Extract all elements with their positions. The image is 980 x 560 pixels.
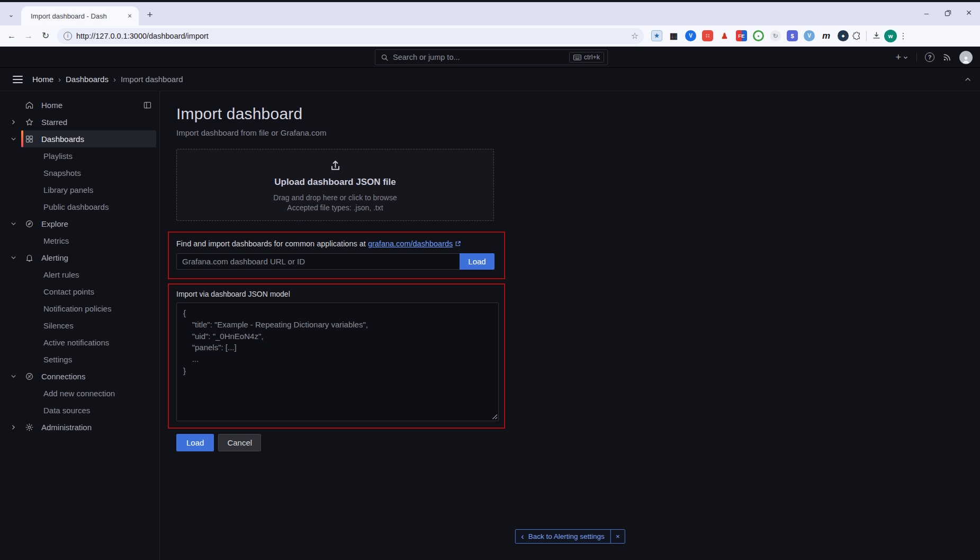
sidebar-row: Active notifications (5, 334, 156, 351)
sidebar-item-alerting[interactable]: Alerting (21, 249, 156, 266)
extension-m-icon[interactable]: m (821, 30, 832, 41)
sidebar-row: Connections (5, 368, 156, 385)
site-info-icon[interactable]: i (64, 32, 72, 40)
chevron-down-icon[interactable] (5, 368, 21, 385)
extension-figure-icon[interactable]: ♟ (719, 30, 730, 41)
browser-profile-avatar[interactable]: w (884, 30, 897, 42)
nav-actions: + ? (895, 47, 973, 68)
back-icon[interactable]: ← (4, 29, 19, 43)
sidebar-item-add-new-connection[interactable]: Add new connection (21, 385, 156, 402)
tab-close-icon[interactable]: × (125, 11, 134, 21)
sidebar-item-label: Contact points (43, 287, 94, 296)
load-button[interactable]: Load (176, 434, 214, 451)
chevron-down-icon (903, 55, 909, 60)
toast-close-icon[interactable]: × (610, 530, 625, 543)
sidebar-item-label: Snapshots (43, 168, 81, 177)
tab-search-button[interactable]: ⌄ (4, 7, 18, 21)
sidebar-item-public-dashboards[interactable]: Public dashboards (21, 198, 156, 215)
browser-menu-icon[interactable]: ⋮ (899, 31, 907, 41)
sidebar-item-data-sources[interactable]: Data sources (21, 402, 156, 419)
cancel-button[interactable]: Cancel (218, 434, 261, 451)
chevron-down-icon[interactable] (5, 130, 21, 147)
sidebar-item-alert-rules[interactable]: Alert rules (21, 266, 156, 283)
chevron-down-icon[interactable] (5, 215, 21, 232)
chevron-spacer (5, 300, 21, 317)
help-icon[interactable]: ? (925, 52, 934, 62)
close-window-icon[interactable]: × (963, 7, 975, 19)
extension-v-circle-icon[interactable]: V (804, 30, 815, 41)
user-avatar[interactable] (959, 51, 973, 64)
breadcrumb-dashboards[interactable]: Dashboards (66, 75, 109, 84)
tab-title: Import dashboard - Dash (31, 12, 121, 20)
sidebar-item-playlists[interactable]: Playlists (21, 147, 156, 164)
sidebar-row: Silences (5, 317, 156, 334)
sidebar-item-notification-policies[interactable]: Notification policies (21, 300, 156, 317)
breadcrumb-separator: › (113, 75, 116, 84)
extension-dice-icon[interactable]: ∷ (702, 30, 713, 41)
sidebar-item-dashboards[interactable]: Dashboards (21, 130, 156, 147)
sidebar-item-contact-points[interactable]: Contact points (21, 283, 156, 300)
reload-icon[interactable]: ↻ (38, 29, 53, 43)
shortcut-badge: ctrl+k (569, 52, 604, 63)
extension-qr-icon[interactable]: ▦ (668, 30, 679, 41)
browser-tab[interactable]: Import dashboard - Dash × (21, 6, 139, 25)
sidebar-item-metrics[interactable]: Metrics (21, 232, 156, 249)
sidebar-row: Metrics (5, 232, 156, 249)
news-rss-icon[interactable] (942, 53, 951, 62)
page-subtitle: Import dashboard from file or Grafana.co… (176, 128, 980, 137)
upload-dropzone[interactable]: Upload dashboard JSON file Drag and drop… (176, 149, 494, 221)
extension-star-box-icon[interactable]: ★ (651, 30, 662, 41)
chevron-spacer (5, 351, 21, 368)
gcom-load-button[interactable]: Load (460, 253, 495, 270)
chevron-spacer (5, 181, 21, 198)
downloads-icon[interactable] (871, 30, 882, 41)
restore-icon[interactable] (942, 10, 954, 16)
new-tab-button[interactable]: + (143, 8, 157, 22)
bookmark-star-icon[interactable]: ☆ (631, 31, 639, 41)
extension-fe-icon[interactable]: FE (736, 30, 747, 41)
extension-v-balloon-icon[interactable]: V (685, 30, 696, 41)
sidebar-item-label: Alert rules (43, 270, 79, 279)
sidebar-item-administration[interactable]: Administration (21, 419, 156, 435)
gcom-import-section: Find and import dashboards for common ap… (168, 232, 505, 279)
extension-blue-badge-icon[interactable]: $ (787, 30, 798, 41)
sidebar-item-starred[interactable]: Starred (21, 113, 156, 130)
breadcrumb-home[interactable]: Home (32, 75, 53, 84)
minimize-icon[interactable]: – (921, 8, 932, 17)
dock-menu-icon[interactable] (140, 98, 154, 112)
extension-green-ring-icon[interactable]: • (753, 30, 764, 41)
chevron-right-icon[interactable] (5, 419, 21, 435)
extension-sync-icon[interactable]: ↻ (770, 30, 781, 41)
url-text[interactable]: http://127.0.0.1:3000/dashboard/import (76, 32, 627, 40)
sidebar-item-snapshots[interactable]: Snapshots (21, 164, 156, 181)
json-model-textarea[interactable] (176, 303, 499, 421)
grafana-logo[interactable] (12, 51, 24, 63)
sidebar-item-explore[interactable]: Explore (21, 215, 156, 232)
chevron-right-icon[interactable] (5, 113, 21, 130)
extensions-puzzle-icon[interactable] (851, 30, 862, 41)
main-content: Import dashboard Import dashboard from f… (160, 91, 980, 560)
sidebar-item-label: Silences (43, 321, 74, 330)
extension-dark-bubble-icon[interactable]: ◆ (838, 30, 849, 41)
sidebar-item-home[interactable]: Home (21, 96, 140, 113)
search-placeholder: Search or jump to... (393, 53, 565, 61)
sidebar-item-connections[interactable]: Connections (21, 368, 156, 385)
new-button[interactable]: + (895, 52, 909, 63)
sidebar-item-library-panels[interactable]: Library panels (21, 181, 156, 198)
sidebar-item-settings[interactable]: Settings (21, 351, 156, 368)
grafana-dashboards-link[interactable]: grafana.com/dashboards (368, 239, 453, 248)
sidebar-item-label: Administration (41, 423, 92, 432)
search-input[interactable]: Search or jump to... ctrl+k (375, 49, 608, 65)
collapse-up-icon[interactable] (964, 76, 972, 83)
sidebar-item-label: Library panels (43, 185, 93, 194)
gcom-url-input[interactable] (176, 253, 460, 270)
back-to-alerting-toast[interactable]: ‹ Back to Alerting settings × (515, 529, 625, 544)
sidebar-item-silences[interactable]: Silences (21, 317, 156, 334)
chevron-down-icon[interactable] (5, 249, 21, 266)
dropzone-title: Upload dashboard JSON file (274, 177, 396, 188)
mega-menu-icon[interactable] (13, 76, 23, 83)
sidebar-item-active-notifications[interactable]: Active notifications (21, 334, 156, 351)
forward-icon[interactable]: → (21, 29, 36, 43)
sidebar-item-label: Metrics (43, 236, 69, 245)
url-bar[interactable]: i http://127.0.0.1:3000/dashboard/import… (57, 28, 644, 44)
